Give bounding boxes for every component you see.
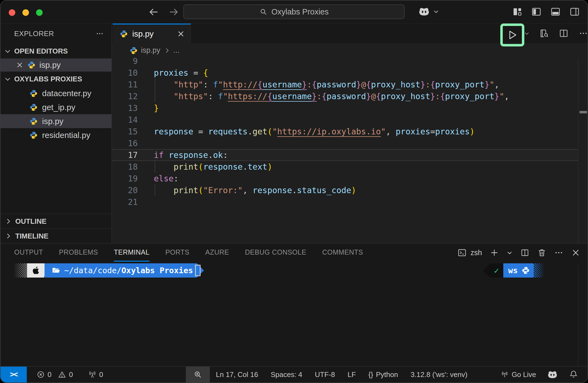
overview-ruler-cursor-mark (580, 111, 587, 113)
terminal-viewport[interactable]: ~/data/code/Oxylabs Proxies ✓ ws (1, 262, 587, 366)
code-line[interactable]: 10proxies = { (112, 67, 578, 79)
explorer-more-actions-icon[interactable] (96, 30, 104, 38)
split-editor-icon[interactable] (558, 28, 569, 39)
panel-tab-problems[interactable]: PROBLEMS (59, 244, 98, 262)
layout-controls (512, 7, 580, 17)
remote-indicator[interactable]: >< (1, 367, 27, 382)
forward-arrow-icon[interactable] (168, 6, 179, 18)
terminal-scrollbar[interactable] (578, 264, 587, 366)
check-icon: ✓ (494, 266, 499, 275)
close-panel-icon[interactable] (571, 248, 580, 257)
explorer-sidebar: EXPLORER OPEN EDITORS isp.py OXYLABS PRO… (1, 23, 112, 243)
indent-guide (155, 90, 155, 102)
maximize-window-button[interactable] (36, 9, 43, 16)
panel-tab-output[interactable]: OUTPUT (14, 244, 43, 262)
file-item-get_ip-py[interactable]: get_ip.py (1, 100, 111, 114)
timeline-section-header[interactable]: TIMELINE (1, 228, 111, 243)
encoding-status[interactable]: UTF-8 (315, 370, 335, 379)
code-line[interactable]: 9 (112, 58, 578, 67)
zoom-status-cell[interactable] (186, 367, 210, 382)
ports-count: 0 (99, 370, 103, 379)
file-item-isp-py[interactable]: isp.py (1, 114, 111, 128)
file-item-datacenter-py[interactable]: datacenter.py (1, 86, 111, 100)
code-line[interactable]: 20 print("Error:", response.status_code) (112, 184, 578, 196)
copilot-status-icon[interactable] (547, 369, 558, 380)
panel-more-actions-icon[interactable] (554, 248, 563, 257)
back-arrow-icon[interactable] (148, 6, 159, 18)
customize-layout-icon[interactable] (512, 7, 522, 17)
toggle-primary-sidebar-icon[interactable] (531, 7, 542, 17)
prompt-venv-segment: ws (503, 263, 534, 278)
toggle-secondary-sidebar-icon[interactable] (569, 7, 580, 17)
kill-terminal-trash-icon[interactable] (537, 248, 546, 257)
close-icon[interactable] (16, 61, 23, 69)
prompt-path: ~/data/code/Oxylabs Proxies (64, 266, 193, 275)
breadcrumb-symbol[interactable]: ... (174, 46, 180, 55)
outline-section-header[interactable]: OUTLINE (1, 214, 111, 228)
annotation-highlight-box (500, 23, 524, 46)
python-white-icon (522, 266, 530, 275)
code-line[interactable]: 15response = requests.get("https://ip.ox… (112, 126, 578, 137)
panel-tab-azure[interactable]: AZURE (205, 244, 229, 262)
eol-status[interactable]: LF (348, 370, 356, 379)
more-actions-icon[interactable] (578, 28, 588, 39)
panel-tab-comments[interactable]: COMMENTS (322, 244, 363, 262)
editor-scrollbar[interactable] (578, 58, 587, 243)
bottom-panel: OUTPUTPROBLEMSTERMINALPORTSAZUREDEBUG CO… (1, 243, 587, 366)
language-label: Python (376, 370, 398, 379)
command-center-search[interactable]: Oxylabs Proxies (183, 4, 405, 19)
python-interpreter-status[interactable]: 3.12.8 ('ws': venv) (411, 370, 468, 379)
go-live-label: Go Live (511, 370, 536, 379)
line-text: "http": f"http://{username}:{password}@{… (138, 79, 499, 90)
brackets-icon: {} (368, 370, 373, 379)
code-editor[interactable]: 910proxies = {11 "http": f"http://{usern… (112, 58, 587, 243)
minimize-window-button[interactable] (22, 9, 29, 16)
code-line[interactable]: 16 (112, 137, 578, 149)
open-editor-item-isp[interactable]: isp.py (1, 58, 111, 72)
breadcrumb-file[interactable]: isp.py (141, 46, 160, 55)
line-text: if response.ok: (138, 149, 228, 161)
bell-icon[interactable] (569, 370, 578, 379)
open-editors-section-header[interactable]: OPEN EDITORS (1, 44, 111, 58)
panel-tab-debug-console[interactable]: DEBUG CONSOLE (245, 244, 307, 262)
chevron-down-icon (4, 75, 11, 83)
code-line[interactable]: 19else: (112, 173, 578, 184)
notebook-search-icon[interactable] (539, 28, 549, 39)
split-terminal-icon[interactable] (520, 248, 530, 257)
code-line[interactable]: 12 "https": f"https://{username}:{passwo… (112, 90, 578, 102)
indentation-status[interactable]: Spaces: 4 (271, 370, 302, 379)
terminal-dropdown-chevron-icon[interactable] (507, 248, 513, 257)
code-line[interactable]: 21 (112, 196, 578, 208)
tab-isp-py[interactable]: isp.py (113, 23, 191, 43)
file-name-label: residential.py (42, 131, 90, 140)
line-number: 11 (112, 79, 138, 90)
chevron-down-icon (432, 8, 440, 15)
file-item-residential-py[interactable]: residential.py (1, 128, 111, 142)
chevron-down-icon (4, 47, 11, 55)
language-status[interactable]: {} Python (368, 370, 398, 379)
explorer-title: EXPLORER (14, 30, 54, 38)
panel-tab-ports[interactable]: PORTS (165, 244, 189, 262)
close-window-button[interactable] (9, 9, 15, 16)
problems-status[interactable]: 0 0 (37, 370, 73, 379)
code-line[interactable]: 14 (112, 114, 578, 126)
code-line[interactable]: 11 "http": f"http://{username}:{password… (112, 79, 578, 90)
run-dropdown-chevron-icon[interactable] (524, 28, 530, 39)
run-python-file-button[interactable] (506, 29, 518, 41)
python-file-icon (27, 61, 36, 69)
shell-label[interactable]: zsh (471, 249, 482, 257)
cursor-position-status[interactable]: Ln 17, Col 16 (216, 370, 258, 379)
ports-status[interactable]: 0 (88, 370, 103, 379)
code-line[interactable]: 13} (112, 102, 578, 114)
go-live-status[interactable]: Go Live (501, 370, 536, 379)
close-icon[interactable] (177, 30, 185, 38)
line-number: 14 (112, 114, 138, 126)
toggle-panel-icon[interactable] (550, 7, 561, 17)
copilot-menu[interactable] (418, 5, 440, 17)
code-line-current[interactable]: 17if response.ok: (112, 149, 578, 161)
code-line[interactable]: 18 print(response.text) (112, 161, 578, 173)
folder-section-header[interactable]: OXYLABS PROXIES (1, 72, 111, 86)
panel-tab-terminal[interactable]: TERMINAL (114, 244, 149, 262)
new-terminal-icon[interactable] (490, 248, 499, 257)
copilot-icon (418, 5, 430, 17)
